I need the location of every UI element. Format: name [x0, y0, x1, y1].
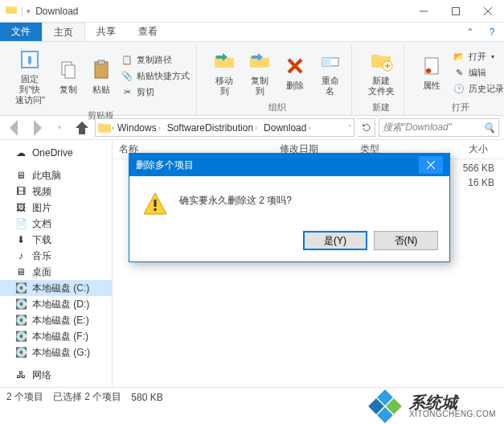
ribbon-group-organize: 移动到 复制到 删除 重命名 组织 — [203, 45, 352, 115]
tab-share[interactable]: 共享 — [85, 23, 127, 41]
svg-rect-12 — [154, 208, 157, 211]
cloud-icon: ☁ — [14, 146, 27, 159]
drive-icon: 💽 — [14, 314, 27, 327]
watermark-logo-icon — [366, 390, 404, 422]
dialog-title: 删除多个项目 — [136, 158, 194, 172]
tab-view[interactable]: 查看 — [127, 23, 169, 41]
breadcrumb-seg[interactable]: SoftwareDistribution› — [164, 122, 260, 134]
video-icon: 🎞 — [14, 185, 27, 198]
svg-rect-0 — [453, 7, 460, 14]
maximize-button[interactable] — [440, 0, 472, 23]
drive-icon: 💽 — [14, 346, 27, 359]
ribbon-group-open: 属性 📂打开▾ ✎编辑 🕑历史记录 打开 — [411, 45, 504, 115]
download-icon: ⬇ — [14, 233, 27, 246]
tab-file[interactable]: 文件 — [0, 23, 42, 41]
status-size: 580 KB — [131, 392, 162, 403]
copy-path-icon: 📋 — [121, 54, 133, 67]
nav-disk-e[interactable]: 💽本地磁盘 (E:) — [0, 312, 112, 328]
dialog-no-button[interactable]: 否(N) — [374, 231, 438, 250]
ribbon: 固定到"快 速访问" 复制 粘贴 📋复制路径 📎粘贴快捷方式 ✂剪切 剪贴板 移… — [0, 42, 504, 116]
copy-button[interactable]: 复制 — [54, 45, 84, 108]
folder-icon — [5, 3, 18, 19]
new-folder-button[interactable]: 新建 文件夹 — [363, 45, 399, 100]
history-button[interactable]: 🕑历史记录 — [451, 81, 504, 96]
search-icon: 🔍 — [483, 122, 495, 134]
address-bar-row: ▾ › Windows› SoftwareDistribution› Downl… — [0, 116, 504, 140]
delete-button[interactable]: 删除 — [280, 45, 311, 100]
nav-thispc[interactable]: 🖥此电脑 — [0, 167, 112, 183]
ribbon-tabs: 文件 主页 共享 查看 ⌃ ? — [0, 23, 504, 42]
copy-to-icon — [247, 48, 272, 74]
dialog-title-bar[interactable]: 删除多个项目 — [129, 154, 449, 176]
nav-disk-d[interactable]: 💽本地磁盘 (D:) — [0, 296, 112, 312]
nav-pictures[interactable]: 🖼图片 — [0, 200, 112, 216]
nav-desktop[interactable]: 🖥桌面 — [0, 264, 112, 280]
network-icon: 🖧 — [14, 368, 27, 381]
history-icon: 🕑 — [453, 82, 465, 95]
nav-forward-button[interactable] — [27, 118, 47, 138]
file-row-size: 566 KB — [463, 163, 494, 177]
search-input[interactable]: 搜索"Download" 🔍 — [379, 118, 499, 137]
nav-pane: ☁OneDrive 🖥此电脑 🎞视频 🖼图片 📄文档 ⬇下载 ♪音乐 🖥桌面 💽… — [0, 140, 113, 389]
close-button[interactable] — [472, 0, 504, 23]
refresh-button[interactable] — [358, 118, 375, 137]
properties-button[interactable]: 属性 — [416, 45, 448, 100]
pin-quick-access-button[interactable]: 固定到"快 速访问" — [10, 45, 51, 108]
nav-network[interactable]: 🖧网络 — [0, 367, 112, 383]
search-placeholder: 搜索"Download" — [383, 121, 452, 134]
nav-videos[interactable]: 🎞视频 — [0, 183, 112, 200]
copy-path-button[interactable]: 📋复制路径 — [119, 53, 191, 68]
document-icon: 📄 — [14, 217, 27, 230]
nav-disk-f[interactable]: 💽本地磁盘 (F:) — [0, 328, 112, 344]
breadcrumb[interactable]: › Windows› SoftwareDistribution› Downloa… — [95, 118, 354, 137]
nav-recent-icon[interactable]: ▾ — [50, 118, 69, 138]
status-item-count: 2 个项目 — [6, 390, 43, 404]
scissors-icon: ✂ — [121, 86, 133, 99]
watermark: 系统城 XITONGCHENG.COM — [366, 390, 496, 422]
svg-rect-5 — [98, 60, 104, 64]
nav-documents[interactable]: 📄文档 — [0, 216, 112, 232]
shortcut-icon: 📎 — [121, 70, 133, 83]
file-row-size: 16 KB — [463, 177, 494, 191]
svg-rect-3 — [65, 65, 75, 78]
pc-icon: 🖥 — [14, 169, 27, 182]
cut-button[interactable]: ✂剪切 — [119, 85, 191, 100]
ribbon-collapse-icon[interactable]: ⌃ — [461, 23, 480, 41]
help-icon[interactable]: ? — [480, 23, 504, 41]
tab-home[interactable]: 主页 — [42, 23, 85, 41]
watermark-name: 系统城 — [409, 394, 496, 410]
title-bar: | ▾ Download — [0, 0, 504, 23]
file-rows: 566 KB 16 KB — [463, 163, 494, 191]
window-title: Download — [31, 6, 78, 17]
rename-button[interactable]: 重命名 — [314, 45, 346, 100]
nav-up-button[interactable] — [72, 118, 92, 138]
move-to-button[interactable]: 移动到 — [208, 45, 240, 100]
minimize-button[interactable] — [408, 0, 440, 23]
nav-onedrive[interactable]: ☁OneDrive — [0, 145, 112, 161]
nav-disk-g[interactable]: 💽本地磁盘 (G:) — [0, 344, 112, 360]
nav-downloads[interactable]: ⬇下载 — [0, 232, 112, 248]
breadcrumb-seg[interactable]: Download› — [260, 122, 313, 134]
drive-icon: 💽 — [14, 298, 27, 311]
paste-shortcut-button[interactable]: 📎粘贴快捷方式 — [119, 69, 191, 84]
edit-button[interactable]: ✎编辑 — [451, 65, 504, 80]
nav-disk-c[interactable]: 💽本地磁盘 (C:) — [0, 280, 112, 296]
group-label-new: 新建 — [372, 100, 390, 115]
paste-icon — [88, 57, 114, 83]
open-button[interactable]: 📂打开▾ — [451, 49, 504, 64]
ribbon-group-new: 新建 文件夹 新建 — [359, 45, 404, 115]
paste-button[interactable]: 粘贴 — [86, 45, 116, 108]
copy-to-button[interactable]: 复制到 — [244, 45, 276, 100]
dialog-yes-button[interactable]: 是(Y) — [303, 231, 367, 250]
svg-rect-7 — [322, 58, 330, 66]
dialog-close-button[interactable] — [419, 156, 443, 174]
confirm-delete-dialog: 删除多个项目 确实要永久删除这 2 项吗? 是(Y) 否(N) — [129, 153, 450, 262]
warning-icon — [142, 191, 168, 216]
new-folder-icon — [368, 48, 394, 74]
breadcrumb-seg[interactable]: Windows› — [114, 122, 164, 134]
drive-icon: 💽 — [14, 282, 27, 294]
nav-music[interactable]: ♪音乐 — [0, 248, 112, 264]
group-label-open: 打开 — [452, 100, 469, 115]
nav-back-button[interactable] — [5, 118, 24, 138]
breadcrumb-dropdown-icon[interactable]: ˅ — [348, 124, 352, 132]
